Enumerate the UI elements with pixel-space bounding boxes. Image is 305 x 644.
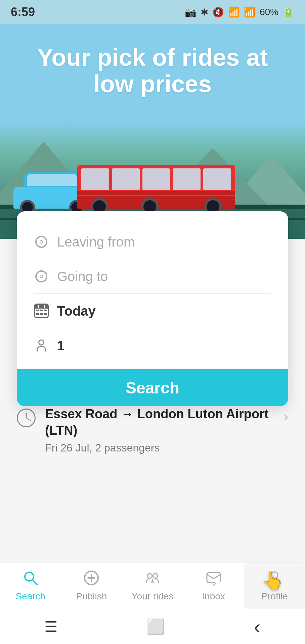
clock-hand-minute [26, 418, 32, 421]
clock-icon [17, 409, 36, 427]
person-icon-head [38, 339, 44, 345]
status-time: 6:59 [11, 5, 35, 19]
calendar-icon-shape [34, 304, 49, 318]
leaving-from-placeholder: Leaving from [57, 234, 135, 250]
cal-body [35, 309, 48, 317]
date-value: Today [57, 304, 96, 319]
car-window [27, 174, 77, 186]
inbox-nav-icon [206, 570, 222, 588]
publish-nav-label: Publish [76, 591, 107, 602]
signal-icon: 📶 [244, 7, 256, 18]
recent-details: Fri 26 Jul, 2 passengers [45, 442, 274, 454]
date-field[interactable]: Today [34, 294, 271, 328]
passengers-field[interactable]: 1 [34, 328, 271, 363]
bluetooth-icon: ✱ [201, 7, 208, 18]
going-to-field[interactable]: Going to [34, 259, 271, 294]
search-nav-icon [23, 570, 39, 588]
battery-icon: 🔋 [282, 7, 294, 18]
bus-window-4 [173, 168, 201, 190]
recent-route: Essex Road → London Luton Airport (LTN) [45, 406, 274, 439]
your-rides-nav-icon [144, 570, 161, 588]
cal-pin-right [44, 305, 45, 308]
bus-illustration [77, 155, 235, 209]
passengers-value: 1 [57, 338, 64, 353]
recent-info: Essex Road → London Luton Airport (LTN) … [45, 406, 274, 454]
system-nav: ☰ ⬜ ‹ [0, 609, 305, 644]
bus-window-2 [112, 168, 140, 190]
hero-section: Your pick of rides at low prices [0, 24, 305, 239]
svg-point-5 [147, 574, 152, 578]
cal-dot-1 [36, 310, 39, 311]
cal-dot-3 [44, 310, 47, 311]
svg-line-1 [33, 580, 37, 585]
cal-dot-2 [40, 310, 43, 311]
profile-nav-icon [266, 570, 282, 588]
cal-top [35, 305, 48, 309]
calendar-icon [34, 303, 49, 319]
cal-dot-6 [44, 313, 47, 315]
profile-nav-label: Profile [261, 591, 288, 602]
inbox-nav-label: Inbox [202, 591, 225, 602]
cal-pin-left [38, 305, 39, 308]
bus-window-5 [203, 168, 231, 190]
leaving-from-icon [34, 234, 49, 250]
cal-dot-4 [36, 313, 39, 315]
svg-point-6 [153, 574, 158, 578]
nav-item-your-rides[interactable]: Your rides [122, 562, 183, 609]
circle-icon-inner-departure [40, 240, 43, 244]
circle-icon-destination [35, 270, 47, 282]
system-home-button[interactable]: ⬜ [146, 618, 165, 635]
system-back-button[interactable]: ‹ [254, 615, 261, 638]
bus-window-1 [81, 168, 109, 190]
status-icons: 📷 ✱ 🔇 📶 📶 60% 🔋 [185, 7, 294, 18]
passengers-icon [34, 338, 49, 353]
leaving-from-field[interactable]: Leaving from [34, 225, 271, 259]
bus-stripe [77, 191, 235, 195]
bus-window-3 [142, 168, 170, 190]
cal-dot-5 [40, 313, 43, 315]
search-button[interactable]: Search [17, 369, 288, 406]
camera-icon: 📷 [185, 7, 197, 18]
going-to-icon [34, 269, 49, 284]
person-icon-body [37, 346, 46, 352]
system-menu-button[interactable]: ☰ [44, 618, 57, 635]
search-card: Leaving from Going to [17, 211, 288, 406]
person-icon-shape [37, 339, 46, 352]
car-illustration [13, 168, 87, 209]
battery-label: 60% [260, 7, 278, 17]
mute-icon: 🔇 [212, 7, 224, 18]
circle-icon-inner-destination [40, 275, 43, 278]
status-bar: 6:59 📷 ✱ 🔇 📶 📶 60% 🔋 [0, 0, 305, 24]
wifi-icon: 📶 [228, 7, 240, 18]
bus-windows [81, 168, 231, 190]
your-rides-nav-label: Your rides [131, 591, 173, 602]
search-nav-label: Search [15, 591, 45, 602]
circle-icon-departure [35, 236, 47, 248]
chevron-right-icon: › [284, 409, 288, 425]
going-to-placeholder: Going to [57, 269, 108, 284]
bottom-nav: Search Publish Your rides [0, 562, 305, 609]
recent-search-section[interactable]: Essex Road → London Luton Airport (LTN) … [17, 406, 288, 454]
nav-item-publish[interactable]: Publish [61, 562, 122, 609]
svg-point-9 [271, 572, 278, 579]
hero-title: Your pick of rides at low prices [0, 44, 305, 97]
nav-item-inbox[interactable]: Inbox [183, 562, 244, 609]
publish-nav-icon [83, 570, 99, 588]
nav-item-search[interactable]: Search [0, 562, 61, 609]
nav-item-profile[interactable]: Profile [244, 562, 305, 609]
